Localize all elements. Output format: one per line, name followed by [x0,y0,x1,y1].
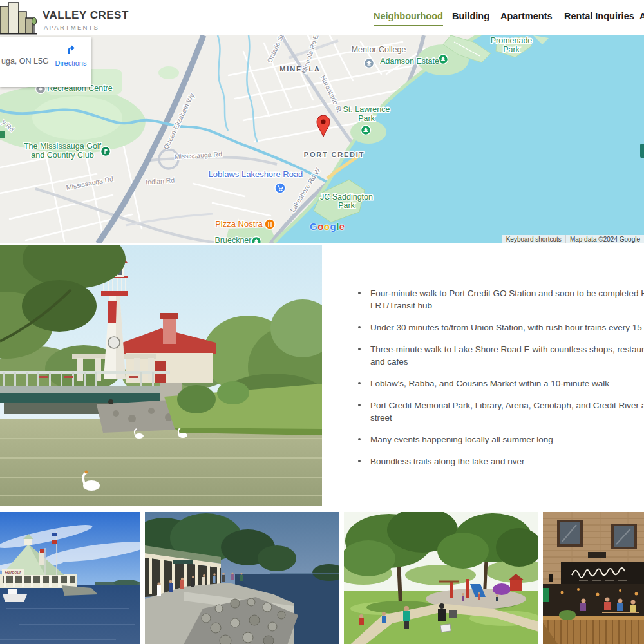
park-tree-icon[interactable] [361,126,371,135]
list-item: Boundless trails along the lake and rive… [355,455,644,468]
edge-poi-icon [640,144,644,158]
list-item: Port Credit Memorial Park, Library, Aren… [355,399,644,424]
svg-text:Park: Park [358,114,375,123]
neighbourhood-highlights-list: Four-minute walk to Port Credit GO Stati… [355,287,644,477]
keyboard-shortcuts-button[interactable]: Keyboard shortcuts [502,235,566,243]
svg-text:Pizza Nostra: Pizza Nostra [215,219,263,229]
svg-text:The Mississauga Golf: The Mississauga Golf [24,142,102,151]
map-info-card: uga, ON L5G Directions [0,37,91,87]
svg-text:Park: Park [503,45,520,54]
nav-rental-inquiries[interactable]: Rental Inquiries [564,11,634,21]
list-item: Four-minute walk to Port Credit GO Stati… [355,287,644,312]
svg-text:JC Saddington: JC Saddington [320,193,373,202]
map-attribution: Keyboard shortcuts Map data ©2024 Google [502,235,644,243]
grocery-cart-icon[interactable] [275,183,285,193]
photo-waterfront-promenade [145,512,339,644]
nav-building[interactable]: Building [452,11,489,21]
restaurant-icon[interactable] [265,219,275,229]
site-logo[interactable]: VALLEY CREST APARTMENTS [0,1,129,35]
directions-arrow-icon [64,43,77,55]
directions-button[interactable]: Directions [54,43,88,67]
svg-text:Park: Park [338,201,355,210]
svg-text:and Country Club: and Country Club [31,151,93,160]
photo-harbour-building: Harbour [0,512,140,644]
list-item: Under 30 minutes to/from Union Station, … [355,321,644,334]
buildings-logo-icon [0,1,37,35]
school-icon[interactable] [365,59,374,68]
photo-strip: Harbour [0,512,644,644]
photo-park-playground [344,512,538,644]
page: VALLEY CREST APARTMENTS Neighbourhood Bu… [0,0,644,644]
edge-park-icon [0,131,5,138]
svg-text:Mentor College: Mentor College [352,45,406,54]
svg-text:Brueckner: Brueckner [215,236,252,243]
garden-icon[interactable] [252,237,261,244]
nav-neighbourhood[interactable]: Neighbourhood [374,11,443,26]
park-tree-icon[interactable] [439,55,448,64]
google-map[interactable]: Promenade Park Mentor College Adamson Es… [0,35,644,243]
svg-text:Adamson Estate: Adamson Estate [380,57,439,66]
svg-text:Harbour: Harbour [5,570,21,574]
list-item: Many events happening locally all summer… [355,433,644,446]
nav-apartments[interactable]: Apartments [500,11,553,21]
address-text: uga, ON L5G [1,57,49,66]
photo-restaurant-patio [543,512,644,644]
svg-text:St. Lawrence: St. Lawrence [343,105,390,114]
svg-text:Loblaws Lakeshore Road: Loblaws Lakeshore Road [209,169,303,179]
golf-icon[interactable] [101,147,111,156]
list-item: Three-minute walk to Lake Shore Road E w… [355,343,644,368]
google-logo: Google [310,221,345,232]
nav-more[interactable]: A [639,11,644,21]
brand-name: VALLEY CREST [43,9,129,22]
site-header: VALLEY CREST APARTMENTS Neighbourhood Bu… [0,0,644,35]
svg-text:PORT CREDIT: PORT CREDIT [304,151,365,158]
photo-port-credit-lighthouse [0,245,322,506]
list-item: Loblaw's, Rabba, and Cousins Market with… [355,377,644,390]
map-data-text: Map data ©2024 Google [566,235,644,243]
svg-text:Promenade: Promenade [491,36,533,45]
brand-tagline: APARTMENTS [44,24,129,31]
